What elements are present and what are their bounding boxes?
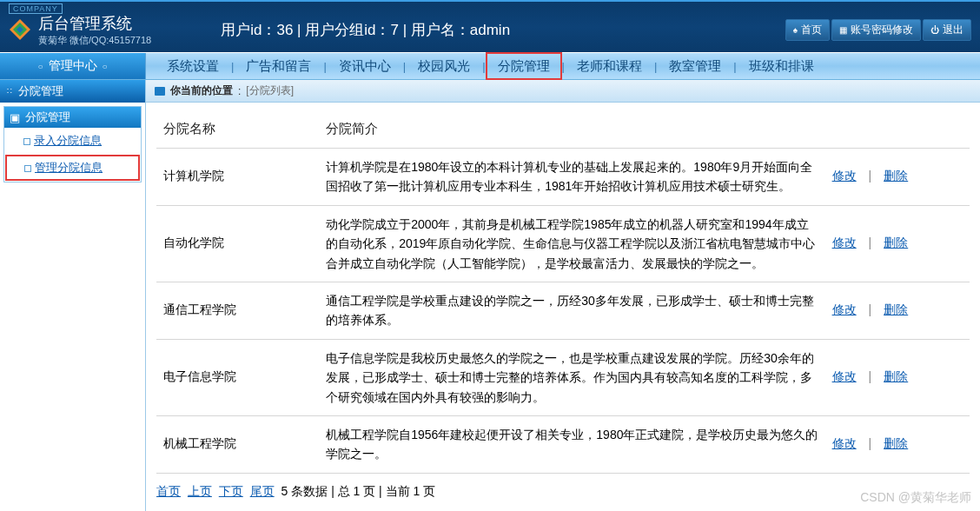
delete-link[interactable]: 删除 xyxy=(884,436,908,450)
nav-item-5[interactable]: 老师和课程 xyxy=(565,52,654,80)
power-icon: ⏻ xyxy=(930,25,939,35)
cell-actions: 修改|删除 xyxy=(825,415,970,473)
sidebar-item-link[interactable]: 管理分院信息 xyxy=(35,161,103,174)
dots-icon: ∷ xyxy=(7,87,13,96)
sidebar-panel: ▣ 分院管理 录入分院信息管理分院信息 xyxy=(3,106,142,182)
delete-link[interactable]: 删除 xyxy=(884,169,908,182)
bullet-icon xyxy=(23,138,30,145)
table-row: 机械工程学院机械工程学院自1956年建校起便开设了相关专业，1980年正式建院，… xyxy=(156,415,970,473)
note-icon: ▦ xyxy=(839,25,847,35)
nav-item-7[interactable]: 班级和排课 xyxy=(737,52,826,80)
table-row: 自动化学院动化学院成立于2000年，其前身是机械工程学院1985年成立的机器人研… xyxy=(156,205,970,282)
folder-icon: ▣ xyxy=(10,111,20,124)
table-row: 计算机学院计算机学院是在1980年设立的本科计算机专业的基础上发展起来的。198… xyxy=(156,149,970,206)
breadcrumb-value: [分院列表] xyxy=(246,83,294,98)
pager-next[interactable]: 下页 xyxy=(219,484,243,498)
edit-link[interactable]: 修改 xyxy=(832,169,857,182)
nav-item-1[interactable]: 广告和留言 xyxy=(234,52,323,80)
title-block: 后台管理系统 黄菊华 微信/QQ:45157718 xyxy=(38,13,151,47)
sidebar-item-1[interactable]: 管理分院信息 xyxy=(5,155,140,181)
home-icon: ♠ xyxy=(793,25,798,35)
edit-link[interactable]: 修改 xyxy=(832,436,857,450)
cell-intro: 电子信息学院是我校历史最悠久的学院之一，也是学校重点建设发展的学院。历经30余年… xyxy=(319,339,824,415)
app-logo-icon xyxy=(9,18,31,41)
cell-intro: 计算机学院是在1980年设立的本科计算机专业的基础上发展起来的。1980年9月开… xyxy=(319,149,824,206)
logout-button[interactable]: ⏻退出 xyxy=(923,19,971,41)
delete-link[interactable]: 删除 xyxy=(884,369,908,383)
sidebar-item-link[interactable]: 录入分院信息 xyxy=(34,134,102,147)
cell-name: 通信工程学院 xyxy=(156,282,319,339)
content-area: 分院名称 分院简介 计算机学院计算机学院是在1980年设立的本科计算机专业的基础… xyxy=(146,103,980,511)
breadcrumb-label: 你当前的位置 xyxy=(170,83,233,98)
nav-items: 系统设置|广告和留言|资讯中心|校园风光|分院管理|老师和课程|教室管理|班级和… xyxy=(146,53,826,79)
action-separator: | xyxy=(869,369,872,383)
user-info: 用户id：36 | 用户分组id：7 | 用户名：admin xyxy=(221,20,510,40)
breadcrumb: 你当前的位置 : [分院列表] xyxy=(146,80,980,103)
home-button[interactable]: ♠首页 xyxy=(785,19,830,41)
nav-item-2[interactable]: 资讯中心 xyxy=(327,52,403,80)
th-name: 分院名称 xyxy=(156,110,319,149)
sidebar-header: ∷ 分院管理 xyxy=(0,80,145,103)
bullet-icon xyxy=(24,165,31,172)
cell-actions: 修改|删除 xyxy=(825,205,970,282)
sidebar-item-0[interactable]: 录入分院信息 xyxy=(4,128,141,154)
cell-actions: 修改|删除 xyxy=(825,339,970,415)
cell-actions: 修改|删除 xyxy=(825,149,970,206)
table-header-row: 分院名称 分院简介 xyxy=(156,110,970,149)
action-separator: | xyxy=(869,436,872,450)
table-row: 电子信息学院电子信息学院是我校历史最悠久的学院之一，也是学校重点建设发展的学院。… xyxy=(156,339,970,415)
pager-first[interactable]: 首页 xyxy=(156,484,181,498)
nav-item-3[interactable]: 校园风光 xyxy=(406,52,482,80)
cell-intro: 动化学院成立于2000年，其前身是机械工程学院1985年成立的机器人研究室和19… xyxy=(319,205,824,282)
edit-link[interactable]: 修改 xyxy=(832,236,857,249)
cell-name: 自动化学院 xyxy=(156,205,319,282)
app-header: COMPANY 后台管理系统 黄菊华 微信/QQ:45157718 用户id：3… xyxy=(0,0,980,52)
cell-name: 机械工程学院 xyxy=(156,415,319,473)
main-nav: 管理中心 系统设置|广告和留言|资讯中心|校园风光|分院管理|老师和课程|教室管… xyxy=(0,52,980,80)
th-actions xyxy=(825,110,970,149)
th-intro: 分院简介 xyxy=(319,110,824,149)
cell-name: 计算机学院 xyxy=(156,149,319,206)
pager-prev[interactable]: 上页 xyxy=(188,484,212,498)
sidebar-panel-header: ▣ 分院管理 xyxy=(4,107,141,128)
body: ∷ 分院管理 ▣ 分院管理 录入分院信息管理分院信息 你当前的位置 : [分院列… xyxy=(0,80,980,511)
header-actions: ♠首页 ▦账号密码修改 ⏻退出 xyxy=(785,19,971,41)
cell-intro: 机械工程学院自1956年建校起便开设了相关专业，1980年正式建院，是学校历史最… xyxy=(319,415,824,473)
pager-last[interactable]: 尾页 xyxy=(250,484,275,498)
sidebar: ∷ 分院管理 ▣ 分院管理 录入分院信息管理分院信息 xyxy=(0,80,146,511)
edit-link[interactable]: 修改 xyxy=(832,302,857,316)
action-separator: | xyxy=(869,236,872,249)
system-subtitle: 黄菊华 微信/QQ:45157718 xyxy=(38,34,151,47)
nav-item-4[interactable]: 分院管理 xyxy=(486,52,562,80)
cell-intro: 通信工程学院是学校重点建设的学院之一，历经30多年发展，已形成学士、硕士和博士完… xyxy=(319,282,824,339)
cell-name: 电子信息学院 xyxy=(156,339,319,415)
edit-link[interactable]: 修改 xyxy=(832,369,857,383)
delete-link[interactable]: 删除 xyxy=(884,236,908,249)
pager-summary: 5 条数据 | 总 1 页 | 当前 1 页 xyxy=(281,484,436,498)
nav-item-0[interactable]: 系统设置 xyxy=(155,52,231,80)
change-password-button[interactable]: ▦账号密码修改 xyxy=(831,19,921,41)
nav-center-label: 管理中心 xyxy=(0,53,146,79)
delete-link[interactable]: 删除 xyxy=(884,302,908,316)
main-content: 你当前的位置 : [分院列表] 分院名称 分院简介 计算机学院计算机学院是在19… xyxy=(146,80,980,511)
location-icon xyxy=(155,87,165,96)
action-separator: | xyxy=(869,169,872,182)
action-separator: | xyxy=(869,302,872,316)
nav-item-6[interactable]: 教室管理 xyxy=(657,52,733,80)
system-title: 后台管理系统 xyxy=(38,13,151,34)
pager: 首页 上页 下页 尾页 5 条数据 | 总 1 页 | 当前 1 页 xyxy=(156,474,970,505)
company-tag: COMPANY xyxy=(9,3,63,14)
data-table: 分院名称 分院简介 计算机学院计算机学院是在1980年设立的本科计算机专业的基础… xyxy=(156,110,970,474)
table-row: 通信工程学院通信工程学院是学校重点建设的学院之一，历经30多年发展，已形成学士、… xyxy=(156,282,970,339)
cell-actions: 修改|删除 xyxy=(825,282,970,339)
watermark: CSDN @黄菊华老师 xyxy=(860,490,971,506)
